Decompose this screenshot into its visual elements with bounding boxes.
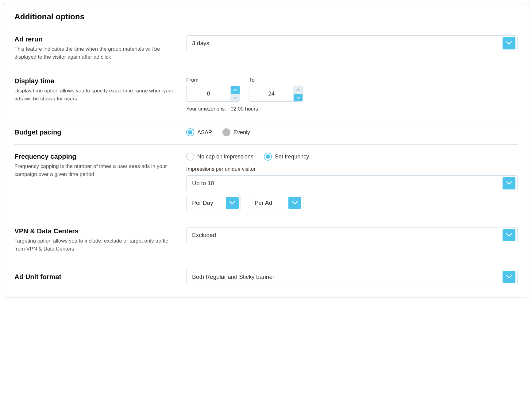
- ad-rerun-value: 3 days: [192, 40, 499, 47]
- budget-pacing-title: Budget pacing: [14, 128, 61, 136]
- chevron-down-icon: [288, 197, 301, 209]
- vpn-dc-left: VPN & Data Centers Targeting option allo…: [14, 227, 177, 253]
- from-group: From 0: [186, 77, 240, 102]
- to-spinner[interactable]: 24: [249, 86, 303, 102]
- to-spinner-btns: [293, 86, 303, 101]
- from-label: From: [186, 77, 240, 83]
- row-display-time: Display time Display time option allows …: [14, 69, 518, 120]
- vpn-dc-title: VPN & Data Centers: [14, 227, 177, 235]
- chevron-up-icon: [233, 89, 237, 91]
- frequency-capping-right: No cap on impressions Set frequency Impr…: [186, 153, 518, 211]
- display-time-right: From 0 To: [186, 77, 518, 112]
- frequency-capping-left: Frequency capping Frequency capping is t…: [14, 153, 177, 211]
- to-value: 24: [249, 86, 293, 101]
- to-down-button[interactable]: [294, 94, 303, 101]
- impressions-select[interactable]: Up to 10: [186, 175, 518, 191]
- row-ad-rerun: Ad rerun This feature indicates the time…: [14, 27, 518, 69]
- chevron-down-icon: [503, 271, 515, 283]
- ad-unit-left: Ad Unit format: [14, 269, 177, 285]
- additional-options-panel: Additional options Ad rerun This feature…: [3, 3, 529, 298]
- ad-rerun-select[interactable]: 3 days: [186, 35, 518, 51]
- per-day-value: Per Day: [192, 200, 223, 206]
- per-ad-value: Per Ad: [255, 200, 285, 206]
- budget-pacing-right: ASAP Evenly: [186, 128, 518, 136]
- asap-label: ASAP: [197, 129, 212, 136]
- to-label: To: [249, 77, 303, 83]
- chevron-down-icon: [233, 96, 237, 99]
- from-value: 0: [187, 86, 230, 101]
- from-spinner-btns: [230, 86, 240, 101]
- ad-rerun-desc: This feature indicates the time when the…: [14, 45, 177, 61]
- set-frequency-label: Set frequency: [275, 154, 309, 160]
- display-time-inputs: From 0 To: [186, 77, 518, 102]
- ad-unit-right: Both Regular and Sticky banner: [186, 269, 518, 285]
- row-budget-pacing: Budget pacing ASAP Evenly: [14, 120, 518, 144]
- per-ad-select[interactable]: Per Ad: [249, 195, 303, 211]
- impressions-value: Up to 10: [192, 180, 499, 187]
- chevron-down-icon: [503, 177, 515, 189]
- timezone-note: Your timezone is: +02:00 hours: [186, 106, 518, 112]
- frequency-capping-title: Frequency capping: [14, 153, 177, 161]
- ad-rerun-left: Ad rerun This feature indicates the time…: [14, 35, 177, 61]
- chevron-down-icon: [503, 229, 515, 241]
- row-vpn-dc: VPN & Data Centers Targeting option allo…: [14, 219, 518, 261]
- ad-unit-value: Both Regular and Sticky banner: [192, 274, 499, 280]
- vpn-dc-value: Excluded: [192, 232, 499, 239]
- budget-pacing-left: Budget pacing: [14, 128, 177, 136]
- evenly-label: Evenly: [233, 129, 250, 136]
- vpn-dc-select[interactable]: Excluded: [186, 227, 518, 243]
- budget-pacing-radios: ASAP Evenly: [186, 128, 250, 136]
- to-up-button[interactable]: [294, 86, 303, 94]
- display-time-left: Display time Display time option allows …: [14, 77, 177, 112]
- radio-selected-icon: [186, 128, 194, 136]
- radio-unselected-icon: [222, 128, 230, 136]
- impressions-sub-label: Impressions per unique visitor: [186, 166, 518, 172]
- from-down-button[interactable]: [231, 94, 240, 101]
- per-day-select[interactable]: Per Day: [186, 195, 241, 211]
- chevron-down-icon: [503, 37, 515, 49]
- radio-selected-icon: [264, 153, 272, 161]
- vpn-dc-right: Excluded: [186, 227, 518, 253]
- from-up-button[interactable]: [231, 86, 240, 94]
- frequency-capping-radios: No cap on impressions Set frequency: [186, 153, 518, 161]
- ad-unit-select[interactable]: Both Regular and Sticky banner: [186, 269, 518, 285]
- chevron-up-icon: [296, 89, 300, 91]
- display-time-desc: Display time option allows you to specif…: [14, 87, 177, 103]
- ad-unit-title: Ad Unit format: [14, 273, 61, 281]
- radio-set-frequency[interactable]: Set frequency: [264, 153, 309, 161]
- radio-evenly[interactable]: Evenly: [222, 128, 250, 136]
- display-time-title: Display time: [14, 77, 177, 85]
- radio-unselected-icon: [186, 153, 194, 161]
- from-spinner[interactable]: 0: [186, 86, 240, 102]
- chevron-down-icon: [296, 96, 300, 99]
- ad-rerun-right: 3 days: [186, 35, 518, 61]
- no-cap-label: No cap on impressions: [197, 154, 253, 160]
- ad-rerun-title: Ad rerun: [14, 35, 177, 43]
- frequency-capping-desc: Frequency capping is the number of times…: [14, 162, 177, 178]
- chevron-down-icon: [226, 197, 239, 209]
- row-frequency-capping: Frequency capping Frequency capping is t…: [14, 145, 518, 219]
- frequency-sub-selects: Per Day Per Ad: [186, 195, 518, 211]
- radio-no-cap[interactable]: No cap on impressions: [186, 153, 253, 161]
- to-group: To 24: [249, 77, 303, 102]
- vpn-dc-desc: Targeting option allows you to include, …: [14, 237, 177, 253]
- panel-title: Additional options: [14, 12, 518, 21]
- radio-asap[interactable]: ASAP: [186, 128, 212, 136]
- row-ad-unit: Ad Unit format Both Regular and Sticky b…: [14, 261, 518, 288]
